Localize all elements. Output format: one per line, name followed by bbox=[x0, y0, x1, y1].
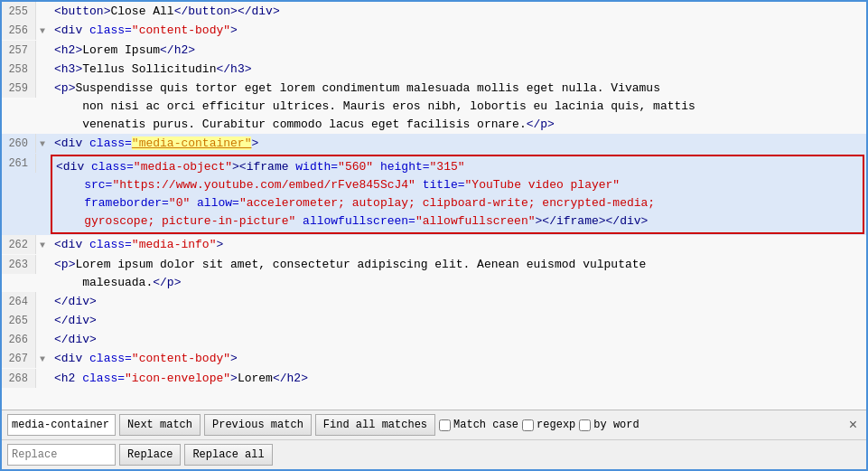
search-input[interactable] bbox=[7, 414, 116, 436]
fold-arrow bbox=[36, 255, 49, 257]
line-content: <p>Lorem ipsum dolor sit amet, consectet… bbox=[49, 255, 866, 292]
code-area: 255 <button>Close All</button></div> 256… bbox=[2, 2, 866, 410]
table-row: 262 ▼ <div class="media-info"> bbox=[2, 235, 866, 255]
line-number: 259 bbox=[2, 79, 36, 98]
code-editor: 255 <button>Close All</button></div> 256… bbox=[0, 0, 868, 471]
line-content: <h2 class="icon-envelope">Lorem</h2> bbox=[49, 369, 866, 388]
line-content: <div class="content-body"> bbox=[49, 21, 866, 40]
fold-arrow bbox=[36, 311, 49, 313]
line-number: 260 bbox=[2, 134, 36, 153]
line-number: 266 bbox=[2, 330, 36, 349]
line-content: <div class="media-info"> bbox=[49, 235, 866, 254]
table-row: 259 <p>Suspendisse quis tortor eget lore… bbox=[2, 79, 866, 134]
line-number: 262 bbox=[2, 235, 36, 254]
fold-arrow[interactable]: ▼ bbox=[36, 235, 49, 255]
fold-arrow bbox=[36, 60, 49, 61]
line-content: <h2>Lorem Ipsum</h2> bbox=[49, 41, 866, 60]
fold-arrow[interactable]: ▼ bbox=[36, 21, 49, 41]
previous-match-button[interactable]: Previous match bbox=[204, 414, 312, 436]
table-row: 260 ▼ <div class="media-container"> bbox=[2, 134, 866, 154]
line-number: 255 bbox=[2, 2, 36, 21]
line-number: 264 bbox=[2, 292, 36, 311]
line-number: 263 bbox=[2, 255, 36, 274]
table-row: 258 <h3>Tellus Sollicitudin</h3> bbox=[2, 60, 866, 79]
find-all-button[interactable]: Find all matches bbox=[315, 414, 435, 436]
line-number: 258 bbox=[2, 60, 36, 79]
fold-arrow bbox=[36, 154, 49, 155]
table-row: 267 ▼ <div class="content-body"> bbox=[2, 349, 866, 369]
fold-arrow bbox=[36, 330, 49, 332]
table-row: 256 ▼ <div class="content-body"> bbox=[2, 21, 866, 41]
fold-arrow[interactable]: ▼ bbox=[36, 349, 49, 369]
regexp-checkbox[interactable] bbox=[522, 419, 534, 431]
by-word-checkbox[interactable] bbox=[579, 419, 591, 431]
table-row: 257 <h2>Lorem Ipsum</h2> bbox=[2, 41, 866, 60]
line-content: <div class="media-container"> bbox=[49, 134, 866, 153]
fold-arrow bbox=[36, 292, 49, 294]
regexp-text: regexp bbox=[537, 419, 575, 431]
by-word-label[interactable]: by word bbox=[579, 419, 639, 431]
match-case-label[interactable]: Match case bbox=[439, 419, 518, 431]
match-case-text: Match case bbox=[453, 419, 518, 431]
table-row: 268 <h2 class="icon-envelope">Lorem</h2> bbox=[2, 369, 866, 388]
fold-arrow bbox=[36, 2, 49, 4]
match-case-checkbox[interactable] bbox=[439, 419, 451, 431]
table-row: 263 <p>Lorem ipsum dolor sit amet, conse… bbox=[2, 255, 866, 292]
line-content: <div class="media-object"><iframe width=… bbox=[51, 155, 864, 234]
fold-arrow bbox=[36, 41, 49, 42]
line-number: 261 bbox=[2, 154, 36, 173]
find-row: Next match Previous match Find all match… bbox=[2, 410, 866, 440]
fold-arrow[interactable]: ▼ bbox=[36, 134, 49, 154]
line-number: 257 bbox=[2, 41, 36, 60]
next-match-button[interactable]: Next match bbox=[119, 414, 201, 436]
table-row: 266 </div> bbox=[2, 330, 866, 349]
table-row: 264 </div> bbox=[2, 292, 866, 311]
fold-arrow bbox=[36, 79, 49, 80]
replace-input[interactable] bbox=[7, 444, 116, 466]
line-content: </div> bbox=[49, 292, 866, 311]
line-number: 265 bbox=[2, 311, 36, 330]
replace-row: Replace Replace all bbox=[2, 440, 866, 469]
line-content: <button>Close All</button></div> bbox=[49, 2, 866, 21]
line-content: </div> bbox=[49, 330, 866, 349]
close-search-button[interactable]: × bbox=[845, 417, 861, 433]
replace-button[interactable]: Replace bbox=[119, 444, 181, 466]
search-toolbar: Next match Previous match Find all match… bbox=[2, 410, 866, 469]
table-row: 265 </div> bbox=[2, 311, 866, 330]
replace-all-button[interactable]: Replace all bbox=[184, 444, 272, 466]
by-word-text: by word bbox=[593, 419, 639, 431]
line-content: <h3>Tellus Sollicitudin</h3> bbox=[49, 60, 866, 79]
line-content: </div> bbox=[49, 311, 866, 330]
line-content: <div class="content-body"> bbox=[49, 349, 866, 368]
line-content: <p>Suspendisse quis tortor eget lorem co… bbox=[49, 79, 866, 134]
line-number: 268 bbox=[2, 369, 36, 388]
regexp-label[interactable]: regexp bbox=[522, 419, 575, 431]
line-number: 256 bbox=[2, 21, 36, 40]
table-row: 255 <button>Close All</button></div> bbox=[2, 2, 866, 21]
table-row: 261 <div class="media-object"><iframe wi… bbox=[2, 154, 866, 235]
line-number: 267 bbox=[2, 349, 36, 368]
fold-arrow bbox=[36, 369, 49, 371]
